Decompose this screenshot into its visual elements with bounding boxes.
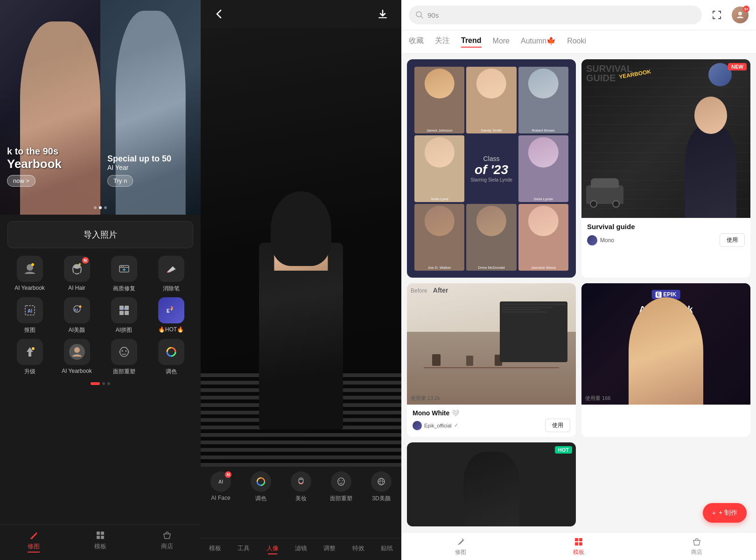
yb-face-2 <box>476 69 506 98</box>
nav-item-edit[interactable]: 修图 <box>0 525 67 560</box>
try-btn[interactable]: Try n <box>107 175 133 187</box>
import-photo-button[interactable]: 导入照片 <box>7 221 193 248</box>
banner-slide-1: k to the 90s Yearbook now > <box>0 0 100 215</box>
mono-author-left: Epik_official ✓ <box>413 421 458 430</box>
3d-beauty-icon <box>371 471 392 492</box>
mono-author-row: Epik_official ✓ 使用 <box>413 419 570 432</box>
p2-nav-sticker[interactable]: 贴纸 <box>373 539 401 560</box>
tool-label-ai-yearbook: AI Yearbook <box>14 285 45 291</box>
tool-face-reshape[interactable]: 面部重塑 <box>102 339 146 376</box>
mono-card-image: Before After <box>407 283 576 405</box>
panel2-bottom-tools: AI N AI Face 调色 <box>201 467 401 560</box>
tab-following[interactable]: 关注 <box>435 36 450 48</box>
bottom-tools-row: AI N AI Face 调色 <box>201 467 401 507</box>
back-button[interactable] <box>210 5 229 23</box>
p2-nav-filter[interactable]: 滤镜 <box>287 539 315 560</box>
svg-rect-15 <box>125 311 129 315</box>
ai-face-label: AI Face <box>211 495 230 501</box>
color-adj-label: 调色 <box>255 495 266 503</box>
banner-ai-text: AI Year <box>107 164 171 171</box>
tool-ai-face[interactable]: AI N AI Face <box>201 471 241 503</box>
car-wheel-1 <box>590 200 597 208</box>
p3-nav-template[interactable]: 模板 <box>519 532 637 560</box>
banner-yearbook-text: Yearbook <box>7 157 62 171</box>
tab-more[interactable]: More <box>493 37 510 47</box>
yb-face-5 <box>528 137 558 167</box>
tool-icon-eraser <box>158 256 184 282</box>
mono-author-avatar <box>413 421 422 430</box>
banner-special-text: Special up to 50 <box>107 154 171 164</box>
p3-store-icon <box>692 537 702 547</box>
tab-rookie[interactable]: Rooki <box>567 37 586 47</box>
tool-label-ai-yearbook-2: AI Yearbook <box>62 368 92 374</box>
tool-upgrade[interactable]: 升级 <box>7 339 52 376</box>
tool-repair[interactable]: 画质修复 <box>102 256 146 293</box>
p2-nav-adjust[interactable]: 调整 <box>315 539 344 560</box>
survival-guide-card[interactable]: NEW SURVIVALGUIDE YEA <box>581 59 750 278</box>
tab-trend[interactable]: Trend <box>461 36 482 48</box>
svg-point-33 <box>378 478 385 485</box>
tool-makeup[interactable]: 美妆 <box>281 471 321 503</box>
tab-favorites[interactable]: 收藏 <box>409 36 424 48</box>
nav-item-template[interactable]: 模板 <box>67 525 133 560</box>
banner-carousel[interactable]: k to the 90s Yearbook now > Special up t… <box>0 0 201 215</box>
mystery-card[interactable]: HOT <box>407 442 576 526</box>
panel3-bottom-nav: 修图 模板 商店 <box>401 532 756 560</box>
girl-hair <box>271 191 331 266</box>
mono-white-card[interactable]: Before After <box>407 283 576 437</box>
svg-text:AI: AI <box>74 308 78 312</box>
tool-eraser[interactable]: 消除笔 <box>149 256 193 293</box>
p2-nav-portrait[interactable]: 人像 <box>258 539 287 560</box>
page-dot-3 <box>107 382 110 385</box>
panel2-header <box>201 0 401 28</box>
yearbook-template-card[interactable]: James Johnson Sandy Smith Robert Brown S… <box>407 59 576 278</box>
nav-item-store[interactable]: 商店 <box>134 525 201 560</box>
tool-face-reshape-2[interactable]: 面部重塑 <box>321 471 361 503</box>
tool-ai-yearbook-2[interactable]: AI Yearbook <box>55 339 99 376</box>
car-sticker <box>586 185 623 204</box>
p2-nav-effects-label: 特效 <box>352 545 364 552</box>
svg-point-36 <box>416 12 421 17</box>
tool-ai-yearbook[interactable]: AI Yearbook <box>7 256 52 293</box>
p2-nav-effects[interactable]: 特效 <box>344 539 372 560</box>
tool-ai-hair[interactable]: N AI Hair <box>55 256 99 293</box>
p3-nav-edit[interactable]: 修图 <box>401 532 519 560</box>
tool-color-adj[interactable]: 调色 <box>241 471 281 503</box>
p2-nav-tools[interactable]: 工具 <box>229 539 258 560</box>
hot-badge: HOT <box>555 446 572 454</box>
download-button[interactable] <box>373 5 392 23</box>
epik-ai-yearbook-card[interactable]: E EPIK AI Yearbook Travel back to the 90… <box>581 283 750 437</box>
menu-line <box>502 307 553 308</box>
banner-line1: k to the 90s <box>7 146 62 157</box>
verified-icon: ✓ <box>454 422 458 428</box>
banner-cta-btn[interactable]: now > <box>7 175 35 187</box>
svg-point-19 <box>74 347 80 353</box>
user-avatar[interactable]: 9+ <box>732 7 749 23</box>
p3-nav-store[interactable]: 商店 <box>638 532 756 560</box>
panel-left: k to the 90s Yearbook now > Special up t… <box>0 0 201 560</box>
fullscreen-icon <box>711 9 722 21</box>
p2-nav-template[interactable]: 模板 <box>201 539 229 560</box>
tool-3d-beauty[interactable]: 3D美颜 <box>361 471 401 503</box>
search-bar[interactable]: 90s <box>409 6 702 24</box>
svg-point-18 <box>32 347 35 350</box>
mono-use-button[interactable]: 使用 <box>545 419 570 432</box>
epik-girl-figure <box>629 297 703 405</box>
tool-puzzle[interactable]: AI AI拼图 <box>102 297 146 334</box>
tool-label-beauty: AI美颜 <box>69 326 85 334</box>
tool-icon-upgrade <box>17 339 43 365</box>
tab-autumn[interactable]: Autumn🍁 <box>521 36 556 47</box>
survival-use-button[interactable]: 使用 <box>720 233 745 247</box>
tool-icon-puzzle: AI <box>111 297 137 323</box>
photo-editor-area <box>201 28 401 467</box>
create-fab-button[interactable]: + + 制作 <box>703 503 747 523</box>
yb-face-8 <box>528 206 558 236</box>
tool-color[interactable]: 调色 <box>149 339 193 376</box>
class-of-text: Class of '23 Starring Siela Lynde <box>466 135 516 202</box>
tool-beauty[interactable]: AI AI美颜 <box>55 297 99 334</box>
tool-hot[interactable]: E 🔥HOT🔥 <box>149 297 193 334</box>
yb-name-2: Sandy Smith <box>466 128 516 133</box>
fullscreen-button[interactable] <box>707 6 726 24</box>
tool-cutout[interactable]: AI 抠图 <box>7 297 52 334</box>
p3-nav-template-label: 模板 <box>573 548 584 556</box>
